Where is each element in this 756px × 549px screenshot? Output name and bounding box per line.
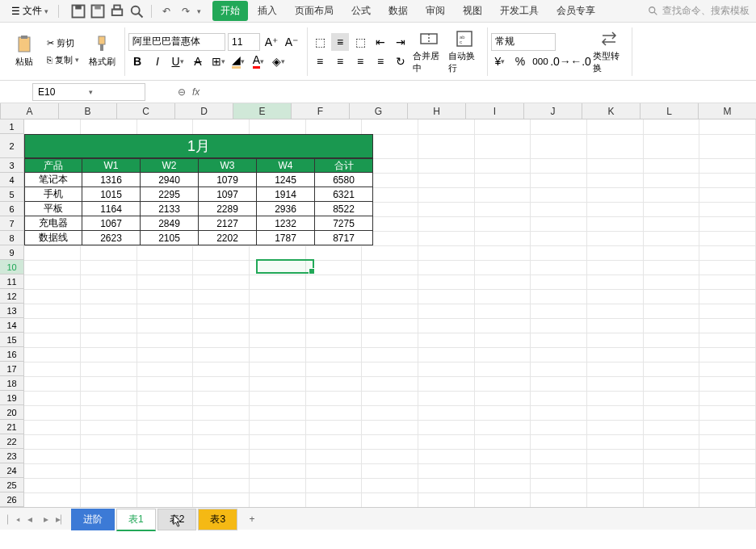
col-header-J[interactable]: J: [524, 103, 582, 119]
comma-icon[interactable]: 000: [531, 52, 549, 70]
indent-increase-icon[interactable]: ⇥: [392, 33, 410, 51]
sheet-tab-jinjie[interactable]: 进阶: [71, 509, 115, 530]
table-cell[interactable]: 8717: [315, 231, 373, 245]
row-header-23[interactable]: 23: [0, 449, 23, 463]
row-header-11[interactable]: 11: [0, 274, 23, 289]
redo-icon[interactable]: ↷: [178, 3, 194, 19]
add-sheet-button[interactable]: +: [244, 511, 260, 527]
name-box[interactable]: E10 ▾: [32, 83, 145, 101]
row-header-17[interactable]: 17: [0, 362, 23, 376]
col-header-L[interactable]: L: [640, 103, 699, 119]
number-format-select[interactable]: [491, 33, 556, 51]
align-center-icon[interactable]: ≡: [331, 52, 349, 70]
ribbon-tab-0[interactable]: 开始: [212, 1, 248, 21]
undo-icon[interactable]: ↶: [158, 3, 174, 19]
fx-icon[interactable]: fx: [192, 86, 200, 98]
wrap-text-button[interactable]: abc 自动换行: [448, 29, 481, 74]
table-cell[interactable]: 平板: [24, 202, 82, 216]
table-header-cell[interactable]: 产品: [24, 158, 82, 173]
col-header-I[interactable]: I: [466, 103, 524, 119]
sheet-tab-1[interactable]: 表1: [116, 509, 156, 531]
sheet-title-cell[interactable]: 1月: [24, 134, 373, 158]
align-right-icon[interactable]: ≡: [351, 52, 369, 70]
row-header-10[interactable]: 10: [0, 260, 23, 274]
table-cell[interactable]: 1097: [199, 187, 257, 202]
table-cell[interactable]: 手机: [24, 187, 82, 202]
ribbon-tab-4[interactable]: 数据: [380, 1, 416, 21]
col-header-G[interactable]: G: [350, 103, 408, 119]
decrease-decimal-icon[interactable]: ←.0: [572, 52, 590, 70]
table-cell[interactable]: 数据线: [24, 231, 82, 245]
search-area[interactable]: 查找命令、搜索模板: [648, 4, 750, 18]
sheet-tab-3[interactable]: 表3: [198, 509, 237, 530]
indent-decrease-icon[interactable]: ⇤: [372, 33, 389, 51]
col-header-K[interactable]: K: [582, 103, 640, 119]
table-cell[interactable]: 1914: [257, 187, 315, 202]
table-cell[interactable]: 6321: [315, 187, 373, 202]
decrease-font-icon[interactable]: A⁻: [283, 33, 300, 51]
justify-icon[interactable]: ≡: [372, 52, 389, 70]
ribbon-tab-3[interactable]: 公式: [343, 1, 379, 21]
col-header-H[interactable]: H: [408, 103, 466, 119]
align-middle-icon[interactable]: ≡: [331, 33, 349, 51]
cancel-icon[interactable]: ⊖: [178, 86, 186, 98]
cells-area[interactable]: 1月产品W1W2W3W4合计笔记本13162940107912456580手机1…: [24, 119, 756, 507]
underline-button[interactable]: U▾: [169, 52, 187, 70]
col-header-D[interactable]: D: [175, 103, 233, 119]
nav-next-icon[interactable]: ▸: [39, 512, 53, 526]
table-cell[interactable]: 1316: [82, 173, 141, 187]
font-color-button[interactable]: A▾: [250, 52, 267, 70]
table-header-cell[interactable]: W2: [141, 158, 199, 173]
save-icon[interactable]: [70, 3, 86, 19]
row-header-12[interactable]: 12: [0, 289, 23, 304]
table-cell[interactable]: 1067: [82, 216, 141, 231]
table-cell[interactable]: 2936: [257, 202, 315, 216]
row-header-24[interactable]: 24: [0, 463, 23, 478]
table-cell[interactable]: 2289: [199, 202, 257, 216]
table-cell[interactable]: 1232: [257, 216, 315, 231]
ribbon-tab-5[interactable]: 审阅: [418, 1, 453, 21]
row-header-19[interactable]: 19: [0, 391, 23, 405]
row-header-8[interactable]: 8: [0, 231, 23, 245]
col-header-A[interactable]: A: [1, 103, 59, 119]
row-header-20[interactable]: 20: [0, 405, 23, 420]
table-cell[interactable]: 1164: [82, 202, 141, 216]
table-cell[interactable]: 2623: [82, 231, 141, 245]
col-header-B[interactable]: B: [59, 103, 117, 119]
font-size-select[interactable]: [228, 33, 260, 51]
row-header-14[interactable]: 14: [0, 318, 23, 333]
table-cell[interactable]: 2849: [141, 216, 199, 231]
nav-prev-icon[interactable]: ◂: [23, 512, 37, 526]
copy-button[interactable]: ⎘复制▾: [44, 52, 82, 68]
sheet-tab-2[interactable]: 表2: [158, 509, 197, 530]
row-header-16[interactable]: 16: [0, 347, 23, 362]
fill-color-button[interactable]: ◢▾: [229, 52, 247, 70]
increase-decimal-icon[interactable]: .0→: [552, 52, 569, 70]
file-menu[interactable]: ☰ 文件 ▾: [6, 2, 53, 20]
table-cell[interactable]: 7275: [315, 216, 373, 231]
table-header-cell[interactable]: W3: [199, 158, 257, 173]
border-button[interactable]: ⊞▾: [209, 52, 227, 70]
row-header-13[interactable]: 13: [0, 304, 23, 318]
ribbon-tab-1[interactable]: 插入: [250, 1, 285, 21]
table-cell[interactable]: 1787: [257, 231, 315, 245]
table-cell[interactable]: 2105: [141, 231, 199, 245]
cut-button[interactable]: ✂剪切: [44, 36, 82, 51]
row-header-7[interactable]: 7: [0, 216, 23, 231]
table-cell[interactable]: 2940: [141, 173, 199, 187]
table-cell[interactable]: 8522: [315, 202, 373, 216]
table-cell[interactable]: 2133: [141, 202, 199, 216]
bold-button[interactable]: B: [128, 52, 146, 70]
paste-button[interactable]: 粘贴: [8, 35, 40, 68]
row-header-15[interactable]: 15: [0, 333, 23, 347]
table-cell[interactable]: 笔记本: [24, 173, 82, 187]
table-cell[interactable]: 充电器: [24, 216, 82, 231]
row-header-1[interactable]: 1: [0, 119, 23, 134]
ribbon-tab-7[interactable]: 开发工具: [492, 1, 547, 21]
row-header-25[interactable]: 25: [0, 478, 23, 492]
row-header-18[interactable]: 18: [0, 376, 23, 391]
row-header-9[interactable]: 9: [0, 245, 23, 260]
row-header-26[interactable]: 26: [0, 492, 23, 507]
col-header-M[interactable]: M: [699, 103, 756, 119]
spreadsheet-grid[interactable]: 1234567891011121314151617181920212223242…: [0, 119, 756, 507]
